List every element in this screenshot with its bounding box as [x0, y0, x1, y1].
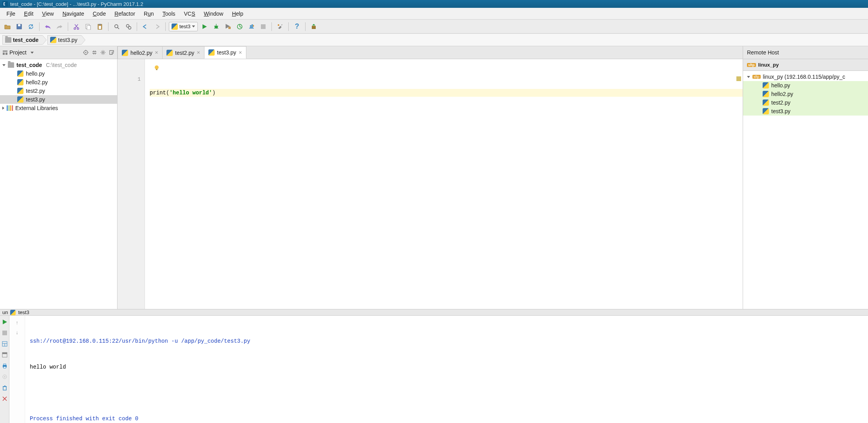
hide-icon[interactable]: [108, 49, 115, 56]
remote-file[interactable]: test3.py: [743, 107, 868, 116]
find-icon[interactable]: [112, 22, 122, 32]
update-icon[interactable]: [309, 22, 319, 32]
python-icon: [166, 50, 173, 56]
sync-icon[interactable]: [26, 22, 36, 32]
python-icon: [763, 82, 769, 89]
chevron-down-icon[interactable]: [31, 52, 34, 54]
trash-icon[interactable]: [1, 384, 9, 392]
menu-help[interactable]: Help: [228, 9, 247, 18]
remote-host-title: Remote Host: [747, 49, 779, 56]
toolbar-separator: [165, 22, 166, 31]
toolbar-separator: [108, 22, 108, 31]
arrow-up-icon[interactable]: ↑: [16, 320, 18, 325]
redo-icon[interactable]: [54, 22, 65, 32]
svg-point-23: [85, 52, 87, 53]
menu-window[interactable]: Window: [200, 9, 227, 18]
toolbar-separator: [305, 22, 306, 31]
editor-tab[interactable]: hello2.py ✕: [118, 46, 163, 59]
pin-icon[interactable]: [1, 351, 9, 359]
back-icon[interactable]: [140, 22, 150, 32]
save-all-icon[interactable]: [14, 22, 24, 32]
project-tree: test_code C:\test_code hello.py hello2.p…: [0, 59, 117, 309]
chevron-down-icon: [192, 25, 195, 27]
print-icon[interactable]: [1, 362, 9, 370]
python-icon: [17, 96, 24, 103]
menu-code[interactable]: Code: [89, 9, 110, 18]
editor-tab-active[interactable]: test3.py ✕: [204, 46, 246, 59]
arrow-down-icon[interactable]: ↓: [16, 329, 18, 335]
menu-file[interactable]: FileFile: [2, 9, 19, 18]
forward-icon[interactable]: [152, 22, 162, 32]
expand-icon: [747, 76, 750, 78]
menu-refactor[interactable]: Refactor: [110, 9, 139, 18]
code-editor[interactable]: print('hello world'): [145, 59, 743, 309]
run-body: ↑ ↓ ssh://root@192.168.0.115:22/usr/bin/…: [0, 316, 868, 423]
collapse-all-icon[interactable]: [91, 49, 98, 56]
editor-tab-bar: hello2.py ✕ test2.py ✕ test3.py ✕: [118, 46, 743, 59]
editor-tab[interactable]: test2.py ✕: [162, 46, 204, 59]
external-libraries[interactable]: External Libraries: [0, 104, 117, 112]
breadcrumb-root[interactable]: test_code: [2, 35, 43, 45]
gear-icon[interactable]: [100, 49, 106, 56]
help-icon[interactable]: ?: [292, 22, 302, 32]
restore-layout-icon[interactable]: [1, 340, 9, 348]
locate-icon[interactable]: [83, 49, 89, 56]
run-config-label: test3: [179, 24, 190, 29]
open-icon[interactable]: [2, 22, 13, 32]
file-name: hello2.py: [26, 79, 48, 85]
profile-icon[interactable]: [235, 22, 245, 32]
menu-tools[interactable]: Tools: [159, 9, 179, 18]
toolbar-separator: [39, 22, 40, 31]
menu-run[interactable]: Run: [140, 9, 158, 18]
python-icon: [50, 37, 56, 43]
folder-icon: [5, 37, 11, 43]
debug-icon[interactable]: [211, 22, 221, 32]
stop-icon[interactable]: [1, 329, 9, 337]
remote-host-selector[interactable]: sftp linux_py: [743, 59, 868, 71]
close-icon[interactable]: ✕: [239, 50, 242, 55]
menu-navigate[interactable]: Navigate: [58, 9, 88, 18]
file-name: test2.py: [26, 88, 45, 94]
paste-icon[interactable]: [95, 22, 105, 32]
sftp-badge-icon: sftp: [752, 75, 761, 79]
tab-label: test3.py: [217, 49, 236, 56]
settings-icon[interactable]: [275, 22, 285, 32]
close-icon[interactable]: [1, 395, 9, 403]
svg-rect-2: [18, 24, 20, 26]
project-file[interactable]: hello2.py: [0, 78, 117, 87]
stop-icon[interactable]: [258, 22, 268, 32]
code-line: print('hello world'): [150, 89, 743, 97]
close-icon[interactable]: ✕: [155, 50, 158, 55]
menu-vcs[interactable]: VCS: [180, 9, 199, 18]
run-console[interactable]: ssh://root@192.168.0.115:22/usr/bin/pyth…: [25, 316, 868, 423]
undo-icon[interactable]: [43, 22, 53, 32]
cut-icon[interactable]: [71, 22, 81, 32]
project-file[interactable]: test2.py: [0, 87, 117, 95]
project-file[interactable]: hello.py: [0, 69, 117, 78]
rerun-icon[interactable]: [1, 318, 9, 326]
project-file-selected[interactable]: test3.py: [0, 95, 117, 104]
project-root[interactable]: test_code C:\test_code: [0, 61, 117, 69]
replace-icon[interactable]: [123, 22, 134, 32]
copy-icon[interactable]: [83, 22, 93, 32]
project-view-icon: [2, 50, 8, 55]
remote-file[interactable]: hello2.py: [743, 90, 868, 98]
run-tab-bar: un test3: [0, 309, 868, 316]
menu-edit[interactable]: Edit: [20, 9, 37, 18]
remote-host-header: Remote Host: [743, 46, 868, 59]
run-icon[interactable]: [199, 22, 210, 32]
remote-file[interactable]: hello.py: [743, 81, 868, 90]
toolbar-separator: [68, 22, 68, 31]
toolbar-separator: [288, 22, 289, 31]
dump-threads-icon[interactable]: [1, 373, 9, 381]
attach-icon[interactable]: [246, 22, 257, 32]
python-icon: [763, 91, 769, 97]
run-config-selector[interactable]: test3: [169, 22, 198, 31]
remote-root[interactable]: sftp linux_py (192.168.0.115/app/py_c: [743, 72, 868, 81]
svg-rect-6: [87, 25, 90, 30]
menu-view[interactable]: View: [38, 9, 58, 18]
remote-file[interactable]: test2.py: [743, 98, 868, 107]
close-icon[interactable]: ✕: [197, 50, 200, 55]
coverage-icon[interactable]: [223, 22, 233, 32]
breadcrumb-file[interactable]: test3.py: [47, 35, 81, 45]
